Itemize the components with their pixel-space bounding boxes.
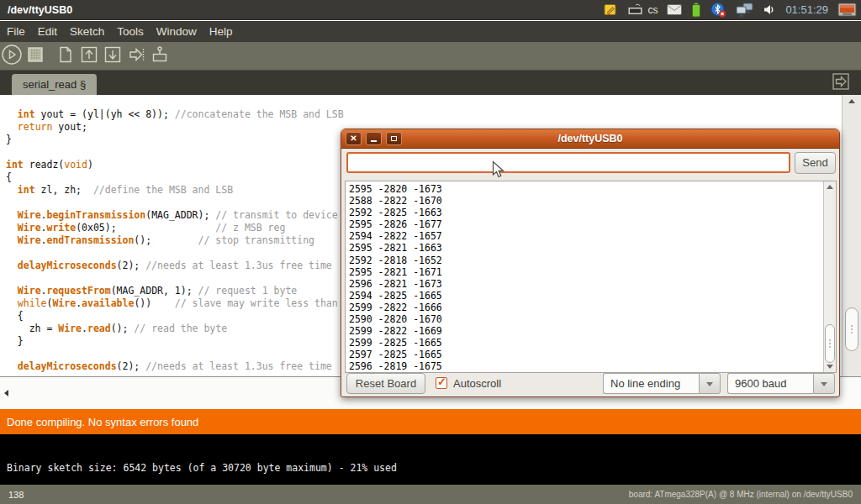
line-ending-value: No line ending — [603, 373, 699, 394]
tab-serial-read[interactable]: serial_read § — [12, 74, 97, 95]
verify-button[interactable] — [0, 45, 24, 68]
verify-icon — [1, 44, 23, 69]
screen: /dev/ttyUSB0 cs 01:51:29 File Edit Sketc… — [0, 0, 861, 504]
line-number: 138 — [8, 490, 24, 500]
serial-monitor-icon — [150, 45, 170, 68]
open-icon — [79, 45, 99, 68]
console-text: Binary sketch size: 6542 bytes (of a 307… — [7, 462, 397, 474]
mail-icon[interactable] — [667, 4, 682, 15]
serial-scroll-down-icon[interactable] — [827, 365, 833, 369]
minimize-button[interactable] — [366, 132, 382, 145]
mouse-cursor — [492, 160, 505, 183]
reset-board-button[interactable]: Reset Board — [346, 373, 425, 394]
serial-monitor-title: /dev/ttyUSB0 — [341, 129, 839, 149]
baud-rate-dropdown[interactable]: 9600 baud — [727, 373, 835, 394]
serial-output-area[interactable]: 2595 -2820 -1673 2588 -2822 -1670 2592 -… — [345, 181, 837, 373]
bluetooth-icon[interactable] — [710, 2, 726, 18]
close-icon: ✕ — [346, 134, 361, 143]
editor-scrollbar-thumb[interactable] — [845, 307, 858, 351]
menu-tools[interactable]: Tools — [117, 25, 144, 38]
stop-button[interactable] — [24, 45, 47, 68]
volume-icon[interactable] — [763, 3, 776, 16]
scroll-left-icon[interactable] — [4, 390, 8, 396]
status-bar: 138 board: ATmega328P(A) @ 8 MHz (intern… — [0, 485, 861, 504]
compile-status-text: Done compiling. No syntax errors found — [7, 416, 198, 428]
line-ending-dropdown[interactable]: No line ending — [603, 373, 721, 394]
autoscroll-checkbox[interactable] — [436, 377, 447, 389]
chevron-down-icon[interactable] — [813, 373, 835, 394]
chevron-down-icon[interactable] — [699, 373, 721, 394]
save-sketch-button[interactable] — [101, 45, 124, 68]
menu-sketch[interactable]: Sketch — [70, 25, 104, 38]
save-icon — [103, 45, 123, 68]
menubar: File Edit Sketch Tools Window Help — [0, 21, 861, 42]
board-info: board: ATmega328P(A) @ 8 MHz (internal) … — [629, 490, 853, 499]
tab-menu-arrow-icon — [832, 73, 849, 93]
serial-scrollbar[interactable] — [823, 181, 836, 372]
top-panel: /dev/ttyUSB0 cs 01:51:29 — [0, 0, 861, 20]
open-sketch-button[interactable] — [77, 45, 101, 68]
baud-rate-value: 9600 baud — [727, 373, 813, 394]
system-tray: cs 01:51:29 — [604, 2, 861, 18]
menu-file[interactable]: File — [7, 25, 25, 38]
send-button[interactable]: Send — [795, 152, 836, 174]
menu-window[interactable]: Window — [156, 25, 197, 38]
serial-monitor-titlebar[interactable]: /dev/ttyUSB0 ✕ — [341, 129, 839, 149]
tab-menu-button[interactable] — [832, 74, 850, 92]
menu-help[interactable]: Help — [209, 25, 233, 38]
new-sketch-button[interactable] — [54, 45, 77, 68]
close-button[interactable]: ✕ — [346, 132, 362, 145]
serial-scroll-up-icon[interactable] — [827, 185, 833, 189]
serial-monitor-window: /dev/ttyUSB0 ✕ Send 2595 -2820 -1673 258… — [341, 129, 840, 397]
stop-icon — [26, 45, 45, 67]
serial-output: 2595 -2820 -1673 2588 -2822 -1670 2592 -… — [346, 181, 836, 373]
window-title: /dev/ttyUSB0 — [0, 4, 72, 16]
note-icon[interactable] — [604, 3, 618, 17]
serial-monitor-controls: Reset Board Autoscroll No line ending 96… — [341, 370, 839, 396]
maximize-button[interactable] — [386, 132, 402, 145]
upload-button[interactable] — [124, 45, 148, 68]
serial-monitor-button[interactable] — [148, 45, 172, 68]
editor-vertical-scrollbar[interactable] — [842, 95, 861, 376]
compile-status-bar: Done compiling. No syntax errors found — [0, 409, 861, 434]
serial-scrollbar-thumb[interactable] — [825, 324, 835, 363]
serial-input[interactable] — [346, 152, 790, 173]
network-icon[interactable] — [736, 3, 754, 18]
build-console: Binary sketch size: 6542 bytes (of a 307… — [0, 434, 861, 485]
maximize-icon — [391, 136, 397, 141]
keyboard-icon[interactable] — [627, 3, 643, 16]
autoscroll-label[interactable]: Autoscroll — [453, 370, 501, 396]
clock[interactable]: 01:51:29 — [785, 3, 828, 16]
tab-bar: serial_read § — [0, 71, 861, 95]
battery-icon[interactable] — [691, 3, 701, 18]
power-icon[interactable] — [837, 3, 857, 18]
new-file-icon — [55, 45, 76, 68]
menu-edit[interactable]: Edit — [38, 25, 57, 38]
upload-icon — [126, 45, 146, 68]
keyboard-layout-label[interactable]: cs — [647, 4, 658, 16]
scroll-up-icon[interactable] — [848, 99, 855, 103]
toolbar — [0, 42, 861, 71]
minimize-icon — [371, 140, 377, 142]
